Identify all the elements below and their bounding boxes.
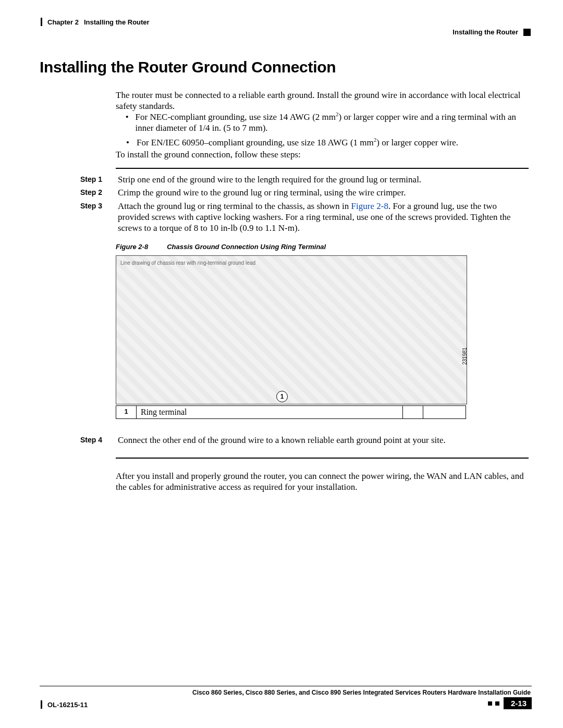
bullet-icon: • <box>125 137 130 148</box>
figure-caption: Figure 2-8Chassis Ground Connection Usin… <box>116 243 326 251</box>
callout-key: 1 <box>116 406 137 419</box>
step-row: Step 4 Connect the other end of the grou… <box>80 435 529 448</box>
callout-number-icon: 1 <box>276 391 288 402</box>
footer-rule-icon <box>41 700 42 709</box>
step-label: Step 1 <box>80 174 107 185</box>
step-text: Connect the other end of the ground wire… <box>118 435 529 446</box>
table-row: 1 Ring terminal <box>116 406 466 419</box>
figure-title: Chassis Ground Connection Using Ring Ter… <box>167 243 326 251</box>
rule-bottom <box>116 458 529 459</box>
running-header-left: Chapter 2 Installing the Router <box>41 18 150 26</box>
footer-rule <box>40 686 532 686</box>
list-item: • For EN/IEC 60950–compliant grounding, … <box>125 137 527 148</box>
page-number-text: 2-13 <box>511 699 527 708</box>
callout-table: 1 Ring terminal <box>116 405 466 419</box>
figure-crossref[interactable]: Figure 2-8 <box>351 201 388 211</box>
step-label: Step 3 <box>80 201 107 234</box>
bullet-icon: • <box>125 112 129 134</box>
chapter-label: Chapter 2 <box>47 18 79 26</box>
step-text: Strip one end of the ground wire to the … <box>118 174 529 185</box>
figure-label: Figure 2-8 <box>116 243 148 251</box>
closing-paragraph: After you install and properly ground th… <box>116 471 528 493</box>
figure-art-number: 231981 <box>462 348 468 365</box>
steps-leadin: To install the ground connection, follow… <box>116 149 528 160</box>
section-breadcrumb: Installing the Router <box>452 28 518 36</box>
rule-top <box>116 168 529 169</box>
step-text: Crimp the ground wire to the ground lug … <box>118 187 529 198</box>
footer-book-title: Cisco 860 Series, Cisco 880 Series, and … <box>192 689 531 696</box>
step-label: Step 2 <box>80 187 107 198</box>
step-list: Step 1 Strip one end of the ground wire … <box>80 174 529 236</box>
list-item: • For NEC-compliant grounding, use size … <box>125 112 527 134</box>
callout-key-empty <box>402 406 423 419</box>
figure-alt: Line drawing of chassis rear with ring-t… <box>120 260 255 266</box>
figure-image: Line drawing of chassis rear with ring-t… <box>116 255 467 404</box>
footer-doc-number: OL-16215-11 <box>47 701 88 709</box>
step-text-pre: Attach the ground lug or ring terminal t… <box>118 201 351 211</box>
step-row: Step 3 Attach the ground lug or ring ter… <box>80 201 529 234</box>
bullet-list: • For NEC-compliant grounding, use size … <box>125 112 527 151</box>
bullet-text-pre: For NEC-compliant grounding, use size 14… <box>136 112 336 122</box>
page-number: 2-13 <box>504 697 532 709</box>
callout-text-empty <box>423 406 466 419</box>
running-header-right: Installing the Router <box>452 28 531 36</box>
step-row: Step 1 Strip one end of the ground wire … <box>80 174 529 185</box>
header-rule-icon <box>41 18 42 26</box>
bullet-text-pre: For EN/IEC 60950–compliant grounding, us… <box>137 138 374 147</box>
footer-left: OL-16215-11 <box>41 700 88 709</box>
intro-paragraph: The router must be connected to a reliab… <box>116 90 528 112</box>
section-heading: Installing the Router Ground Connection <box>40 58 336 76</box>
step-row: Step 2 Crimp the ground wire to the grou… <box>80 187 529 198</box>
bullet-text-post: ) or larger copper wire. <box>376 138 458 147</box>
step-label: Step 4 <box>80 435 107 446</box>
header-square-icon <box>523 29 531 36</box>
footer-square-icon <box>488 701 492 706</box>
callout-text: Ring terminal <box>137 406 403 419</box>
chapter-title: Installing the Router <box>84 18 150 26</box>
